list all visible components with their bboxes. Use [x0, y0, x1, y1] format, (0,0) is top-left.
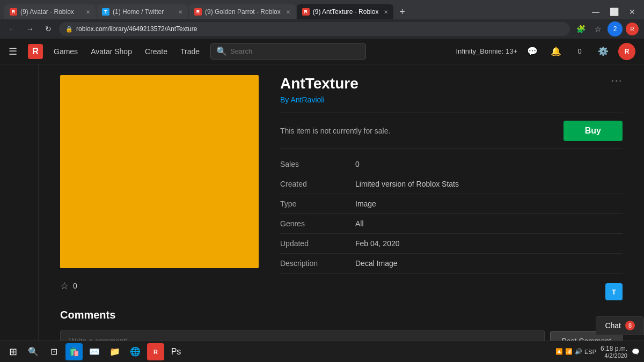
taskbar-mail-icon[interactable]: ✉️ — [86, 343, 103, 360]
stats-value-updated: Feb 04, 2020 — [355, 239, 400, 248]
start-button[interactable]: ⊞ — [4, 343, 21, 360]
stats-label-created: Created — [280, 180, 355, 188]
clock-time: 6:18 p.m. — [601, 345, 627, 352]
buy-button[interactable]: Buy — [564, 121, 623, 141]
tab-favicon-3: R — [194, 8, 202, 16]
stats-value-genres: All — [355, 219, 364, 228]
tray-wifi-icon[interactable]: 📶 — [565, 348, 573, 355]
item-title: AntTexture — [280, 75, 623, 92]
tab-favicon-1: R — [10, 8, 17, 16]
stats-row-description: Description Decal Image — [280, 254, 623, 274]
extensions-button[interactable]: 🧩 — [573, 21, 588, 36]
taskbar-explorer-icon[interactable]: 📁 — [106, 343, 123, 360]
tab-1[interactable]: R (9) Avatar - Roblox ✕ — [4, 4, 96, 19]
stats-value-description: Decal Image — [355, 259, 398, 268]
item-layout: AntTexture ··· By AntRavioli This item i… — [60, 75, 623, 274]
nav-avatar-shop[interactable]: Avatar Shop — [91, 47, 132, 56]
notification-count: 0 — [571, 43, 588, 60]
twitter-share-area: T — [605, 283, 623, 300]
taskbar-tray: 🔼 📶 🔊 ESP — [555, 348, 596, 355]
item-bottom-row: ☆ 0 T — [60, 280, 623, 300]
sidebar — [0, 64, 39, 362]
refresh-button[interactable]: ↻ — [41, 21, 56, 36]
address-bar[interactable]: 🔒 roblox.com/library/4649213572/AntTextu… — [59, 22, 570, 36]
user-avatar[interactable]: R — [618, 43, 635, 60]
tray-speaker-icon[interactable]: 🔊 — [575, 348, 582, 355]
browser-toolbar: ← → ↻ 🔒 roblox.com/library/4649213572/An… — [0, 19, 644, 39]
nav-create[interactable]: Create — [145, 47, 167, 56]
browser-toolbar-icons: 🧩 ☆ 2 R — [573, 21, 640, 36]
roblox-navbar: ☰ R Games Avatar Shop Create Trade 🔍 Inf… — [0, 39, 644, 64]
tab-2[interactable]: T (1) Home / Twitter ✕ — [97, 4, 188, 19]
tray-language[interactable]: ESP — [584, 349, 596, 355]
tab-close-4[interactable]: ✕ — [384, 9, 388, 15]
stats-row-genres: Genres All — [280, 214, 623, 234]
notifications-icon-button[interactable]: 🔔 — [547, 43, 565, 60]
hamburger-menu-button[interactable]: ☰ — [9, 46, 17, 57]
bookmark-button[interactable]: ☆ — [590, 21, 605, 36]
nav-trade[interactable]: Trade — [180, 47, 200, 56]
chat-count-badge: 8 — [625, 321, 635, 330]
minimize-button[interactable]: — — [588, 4, 603, 19]
stats-table: Sales 0 Created Limited version of Roblo… — [280, 154, 623, 274]
favorite-star-icon[interactable]: ☆ — [60, 280, 69, 292]
address-text: roblox.com/library/4649213572/AntTexture — [76, 25, 564, 33]
taskbar-photoshop-icon[interactable]: Ps — [167, 343, 185, 360]
user-avatar-button[interactable]: R — [625, 21, 640, 36]
author-name[interactable]: AntRavioli — [290, 95, 324, 104]
stats-row-sales: Sales 0 — [280, 154, 623, 174]
profile-button[interactable]: 2 — [608, 21, 623, 36]
favorites-section: ☆ 0 — [60, 280, 77, 292]
author-label: By — [280, 95, 289, 104]
taskbar-roblox-icon[interactable]: R — [147, 343, 164, 360]
favorites-count: 0 — [73, 282, 77, 290]
tab-3[interactable]: R (9) Golden Parrot - Roblox ✕ — [189, 4, 296, 19]
nav-games[interactable]: Games — [54, 47, 78, 56]
tab-close-1[interactable]: ✕ — [86, 9, 90, 15]
item-details: AntTexture ··· By AntRavioli This item i… — [280, 75, 623, 274]
twitter-share-button[interactable]: T — [605, 283, 623, 300]
item-author: By AntRavioli — [280, 95, 623, 104]
more-options-button[interactable]: ··· — [611, 75, 623, 86]
comments-title: Comments — [60, 309, 623, 321]
tab-4[interactable]: R (9) AntTexture - Roblox ✕ — [297, 4, 394, 19]
browser-tab-bar: R (9) Avatar - Roblox ✕ T (1) Home / Twi… — [0, 0, 644, 19]
tab-title-3: (9) Golden Parrot - Roblox — [205, 8, 281, 16]
chat-label: Chat — [605, 321, 621, 330]
new-tab-button[interactable]: + — [394, 4, 409, 19]
close-button[interactable]: ✕ — [625, 4, 640, 19]
stats-label-genres: Genres — [280, 219, 355, 228]
tray-show-hidden-icon[interactable]: 🔼 — [555, 348, 563, 355]
sale-text: This item is not currently for sale. — [280, 127, 390, 135]
chat-bubble[interactable]: Chat 8 — [596, 316, 644, 335]
item-image — [60, 75, 259, 268]
maximize-button[interactable]: ⬜ — [606, 4, 621, 19]
tab-close-3[interactable]: ✕ — [286, 9, 290, 15]
taskbar-task-view-icon[interactable]: ⊡ — [45, 343, 62, 360]
nav-username: Infinity_Bonnie: 13+ — [456, 47, 517, 55]
stats-value-sales: 0 — [355, 160, 360, 168]
search-bar[interactable]: 🔍 — [210, 43, 366, 60]
sale-section: This item is not currently for sale. Buy — [280, 113, 623, 149]
back-button[interactable]: ← — [4, 21, 19, 36]
main-content-area: AntTexture ··· By AntRavioli This item i… — [0, 64, 644, 362]
taskbar: ⊞ 🔍 ⊡ 🛍️ ✉️ 📁 🌐 R Ps 🔼 📶 🔊 ESP 6:18 p.m.… — [0, 341, 644, 362]
notification-center-icon[interactable]: 🗨️ — [632, 348, 640, 356]
tab-favicon-4: R — [302, 8, 310, 16]
stats-label-description: Description — [280, 259, 355, 268]
chat-icon-button[interactable]: 💬 — [524, 43, 541, 60]
forward-button[interactable]: → — [23, 21, 38, 36]
search-input[interactable] — [230, 47, 360, 55]
tab-title-4: (9) AntTexture - Roblox — [313, 8, 379, 16]
tab-title-2: (1) Home / Twitter — [113, 8, 173, 16]
taskbar-store-icon[interactable]: 🛍️ — [65, 343, 83, 360]
clock-date: 4/2/2020 — [601, 352, 627, 359]
tab-close-2[interactable]: ✕ — [178, 9, 182, 15]
taskbar-clock: 6:18 p.m. 4/2/2020 — [601, 345, 627, 359]
roblox-logo: R — [28, 44, 43, 59]
lock-icon: 🔒 — [65, 26, 73, 33]
nav-links: Games Avatar Shop Create Trade — [54, 47, 200, 56]
taskbar-search-icon[interactable]: 🔍 — [25, 343, 42, 360]
taskbar-chrome-icon[interactable]: 🌐 — [127, 343, 144, 360]
settings-icon-button[interactable]: ⚙️ — [595, 43, 612, 60]
